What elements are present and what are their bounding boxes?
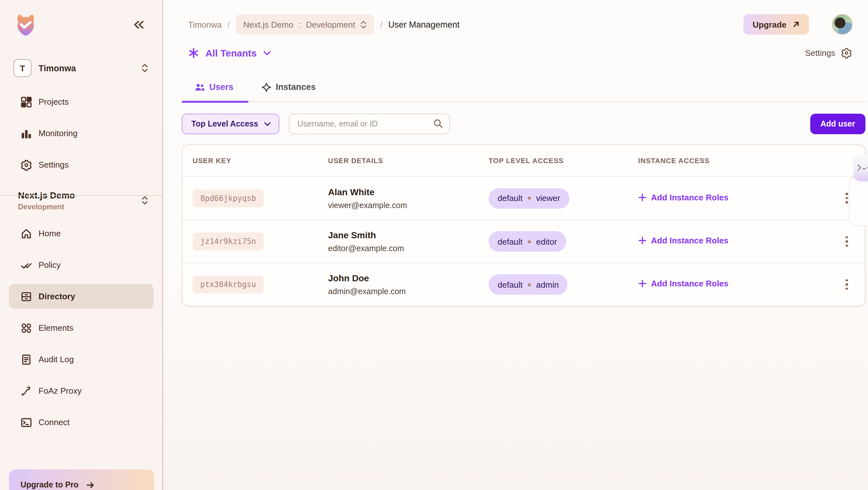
badge-tenant: default	[498, 280, 523, 289]
user-name: Alan White	[328, 187, 489, 197]
table-row: jz14r9kzi75n Jane Smith editor@example.c…	[182, 220, 865, 263]
access-badge: default editor	[489, 231, 566, 252]
terminal-icon	[21, 417, 32, 428]
badge-role: editor	[536, 237, 557, 246]
grid-icon	[21, 96, 32, 108]
fox-logo-icon	[13, 11, 38, 37]
upgrade-button[interactable]: Upgrade	[744, 14, 809, 35]
sidebar: T Timonwa Projects Monitoring	[0, 0, 163, 490]
sparkle-icon	[261, 82, 271, 92]
breadcrumb-project-env-selector[interactable]: Next.js Demo : Development	[236, 14, 375, 35]
upgrade-button-label: Upgrade	[753, 20, 786, 29]
sidebar-top-nav: Projects Monitoring Settings	[9, 89, 153, 177]
breadcrumb-separator: /	[227, 20, 230, 29]
add-instance-roles-label: Add Instance Roles	[651, 192, 728, 202]
access-badge: default viewer	[489, 188, 569, 208]
access-filter-dropdown[interactable]: Top Level Access	[182, 114, 279, 134]
add-instance-roles-link[interactable]: Add Instance Roles	[638, 192, 728, 202]
workspace-initial: T	[13, 59, 31, 77]
row-menu-button[interactable]	[839, 234, 855, 249]
sidebar-item-directory[interactable]: Directory	[9, 284, 153, 309]
sidebar-item-audit-log[interactable]: Audit Log	[9, 347, 153, 372]
sidebar-item-settings[interactable]: Settings	[9, 152, 153, 177]
sidebar-item-elements[interactable]: Elements	[9, 315, 153, 340]
settings-button[interactable]: Settings	[805, 48, 852, 58]
badge-role: admin	[536, 280, 559, 289]
search-input[interactable]	[289, 114, 450, 134]
sidebar-item-projects[interactable]: Projects	[9, 89, 153, 114]
sidebar-item-label: Settings	[38, 160, 69, 170]
feedback-widget-handle[interactable]	[854, 154, 868, 181]
gear-icon	[841, 48, 852, 58]
user-email: editor@example.com	[328, 244, 489, 253]
plus-icon	[638, 279, 647, 288]
add-instance-roles-link[interactable]: Add Instance Roles	[638, 279, 728, 288]
tab-bar: Users Instances	[182, 72, 865, 102]
users-icon	[194, 83, 205, 92]
table-row: ptx384krbgsu John Doe admin@example.com …	[182, 263, 865, 306]
add-user-button[interactable]: Add user	[810, 114, 865, 134]
sidebar-item-label: Policy	[38, 260, 61, 270]
sidebar-item-monitoring[interactable]: Monitoring	[9, 121, 153, 146]
tenant-selector[interactable]: All Tenants	[188, 48, 271, 58]
access-filter-label: Top Level Access	[191, 119, 258, 128]
user-name: John Doe	[328, 273, 489, 283]
upgrade-to-pro-button[interactable]: Upgrade to Pro	[9, 469, 154, 490]
arrow-right-icon	[86, 481, 95, 489]
main-area: Timonwa / Next.js Demo : Development / U…	[163, 0, 868, 490]
breadcrumb-separator: /	[380, 20, 382, 29]
user-email: viewer@example.com	[328, 201, 489, 210]
users-table: USER KEY USER DETAILS TOP LEVEL ACCESS I…	[182, 145, 865, 306]
plus-icon	[638, 236, 647, 245]
workspace-selector[interactable]: T Timonwa	[9, 55, 153, 81]
tab-users[interactable]: Users	[182, 72, 248, 101]
access-badge: default admin	[489, 274, 568, 295]
sidebar-item-foaz-proxy[interactable]: FoAz Proxy	[9, 378, 153, 403]
add-instance-roles-label: Add Instance Roles	[651, 279, 728, 288]
column-header-user-details: USER DETAILS	[328, 157, 489, 164]
breadcrumb-colon: :	[299, 20, 301, 29]
breadcrumb-workspace-link[interactable]: Timonwa	[188, 20, 222, 29]
sidebar-item-connect[interactable]: Connect	[9, 410, 153, 435]
row-menu-button[interactable]	[839, 277, 855, 292]
dot-separator	[528, 196, 531, 200]
add-instance-roles-link[interactable]: Add Instance Roles	[638, 236, 728, 245]
sidebar-item-label: Projects	[38, 97, 69, 106]
table-row: 8pd66jkpyqsb Alan White viewer@example.c…	[182, 177, 865, 220]
project-environment: Development	[18, 203, 141, 211]
column-header-user-key: USER KEY	[193, 157, 328, 164]
plus-icon	[638, 193, 647, 201]
asterisk-icon	[188, 48, 199, 58]
side-widget-panel	[849, 176, 868, 226]
badge-tenant: default	[498, 193, 523, 203]
column-header-instance-access: INSTANCE ACCESS	[638, 157, 829, 164]
user-key-chip: jz14r9kzi75n	[193, 233, 264, 250]
chevron-down-icon	[264, 122, 271, 126]
gear-icon	[21, 159, 32, 171]
tab-instances[interactable]: Instances	[248, 72, 331, 101]
user-name: Jane Smith	[328, 230, 489, 240]
sidebar-item-policy[interactable]: Policy	[9, 252, 153, 277]
sidebar-collapse-button[interactable]	[133, 19, 147, 30]
sidebar-item-label: Audit Log	[38, 355, 74, 364]
document-icon	[21, 354, 32, 365]
sidebar-project-nav: Home Policy Directory Elements	[9, 221, 153, 435]
badge-role: viewer	[536, 193, 560, 203]
arrow-up-right-icon	[792, 21, 800, 28]
tab-label: Instances	[276, 82, 316, 92]
sidebar-item-label: Connect	[38, 418, 70, 427]
sidebar-item-home[interactable]: Home	[9, 221, 153, 246]
home-icon	[21, 228, 32, 239]
breadcrumb-page: User Management	[389, 20, 460, 29]
project-selector[interactable]: Next.js Demo Development	[18, 190, 148, 211]
circles-grid-icon	[21, 322, 32, 334]
sidebar-item-label: Elements	[38, 323, 73, 333]
sidebar-item-label: Monitoring	[38, 128, 78, 138]
column-header-top-level-access: TOP LEVEL ACCESS	[489, 157, 638, 164]
cabinet-icon	[21, 290, 32, 302]
dot-separator	[528, 240, 531, 243]
add-instance-roles-label: Add Instance Roles	[651, 236, 728, 245]
chevron-down-icon	[263, 51, 271, 56]
user-avatar[interactable]	[832, 14, 852, 35]
app-window: T Timonwa Projects Monitoring	[0, 0, 868, 490]
